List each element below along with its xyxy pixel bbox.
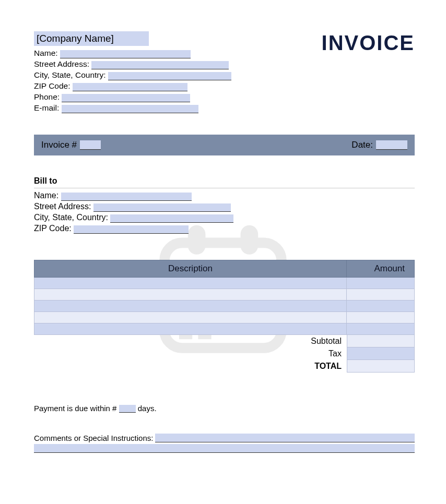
description-column-header: Description: [34, 260, 347, 278]
subtotal-label: Subtotal: [279, 337, 347, 346]
billto-name-input[interactable]: [61, 193, 192, 201]
company-email-label: E-mail:: [34, 103, 59, 112]
description-cell[interactable]: [34, 312, 347, 323]
amount-cell[interactable]: [347, 278, 415, 289]
amount-cell[interactable]: [347, 323, 415, 335]
company-name-label: Name:: [34, 49, 58, 57]
company-city-label: City, State, Country:: [34, 70, 106, 79]
table-row: [34, 278, 415, 289]
company-zip-input[interactable]: [73, 83, 187, 91]
payment-prefix: Payment is due within #: [34, 404, 116, 413]
billto-name-label: Name:: [34, 191, 58, 200]
company-phone-input[interactable]: [62, 94, 190, 102]
invoice-title: INVOICE: [322, 31, 415, 55]
billto-city-input[interactable]: [110, 214, 233, 223]
company-name-field[interactable]: [Company Name]: [34, 31, 149, 46]
line-items-table: Description Amount: [34, 260, 415, 335]
amount-cell[interactable]: [347, 301, 415, 312]
payment-terms: Payment is due within # days.: [34, 404, 415, 413]
comments-label: Comments or Special Instructions:: [34, 434, 153, 442]
totals-section: Subtotal Tax TOTAL: [34, 335, 415, 373]
amount-cell[interactable]: [347, 289, 415, 301]
company-zip-label: ZIP Code:: [34, 81, 71, 90]
comments-input-line1[interactable]: [155, 434, 415, 442]
comments-input-line2[interactable]: [34, 444, 415, 453]
bill-to-title: Bill to: [34, 176, 415, 186]
table-row: [34, 289, 415, 301]
billto-street-input[interactable]: [93, 203, 231, 212]
description-cell[interactable]: [34, 278, 347, 289]
payment-days-input[interactable]: [119, 405, 136, 413]
description-cell[interactable]: [34, 289, 347, 301]
description-cell[interactable]: [34, 323, 347, 335]
invoice-date-label: Date:: [351, 140, 373, 150]
payment-suffix: days.: [138, 404, 157, 413]
comments-section: Comments or Special Instructions:: [34, 434, 415, 453]
company-info-block: [Company Name] Name: Street Address: Cit…: [34, 31, 231, 114]
billto-city-label: City, State, Country:: [34, 213, 108, 222]
company-email-input[interactable]: [62, 105, 198, 113]
table-row: [34, 312, 415, 323]
amount-column-header: Amount: [347, 260, 415, 278]
subtotal-value[interactable]: [347, 335, 415, 347]
tax-label: Tax: [279, 349, 347, 358]
table-row: [34, 301, 415, 312]
total-label: TOTAL: [279, 362, 347, 371]
amount-cell[interactable]: [347, 312, 415, 323]
invoice-date-input[interactable]: [376, 140, 407, 150]
bill-to-section: Bill to Name: Street Address: City, Stat…: [34, 176, 415, 234]
company-phone-label: Phone:: [34, 92, 60, 101]
billto-zip-label: ZIP Code:: [34, 224, 72, 233]
company-city-input[interactable]: [108, 72, 231, 80]
billto-street-label: Street Address:: [34, 202, 91, 211]
table-row: [34, 323, 415, 335]
invoice-info-bar: Invoice # Date:: [34, 135, 415, 155]
billto-zip-input[interactable]: [74, 225, 189, 234]
company-street-input[interactable]: [91, 61, 229, 69]
bill-to-divider: [34, 188, 415, 188]
description-cell[interactable]: [34, 301, 347, 312]
tax-value[interactable]: [347, 347, 415, 360]
company-street-label: Street Address:: [34, 59, 89, 68]
invoice-number-input[interactable]: [80, 140, 101, 150]
invoice-number-label: Invoice #: [41, 140, 77, 150]
invoice-header: [Company Name] Name: Street Address: Cit…: [34, 31, 415, 114]
total-value[interactable]: [347, 360, 415, 373]
company-name-input[interactable]: [60, 50, 191, 58]
